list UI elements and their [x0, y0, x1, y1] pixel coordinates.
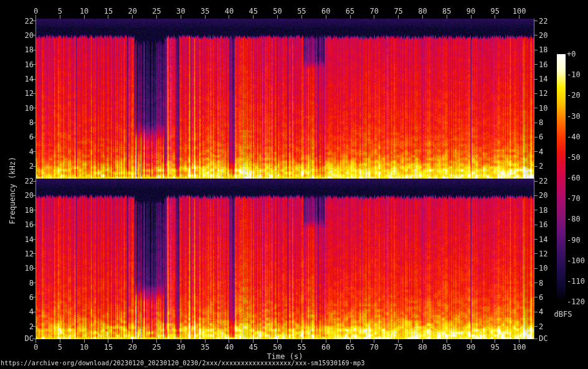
freq-tick-mark-right	[534, 151, 538, 152]
top-time-tick-label: 5	[47, 7, 72, 15]
freq-tick-label-left: 2	[9, 323, 34, 330]
freq-tick-label-right: 22	[539, 17, 564, 25]
bottom-time-tick-label: 80	[410, 343, 435, 351]
bottom-time-tick-label: 5	[47, 343, 72, 351]
top-time-tick-label: 80	[410, 7, 435, 15]
top-time-tick-label: 50	[265, 7, 290, 15]
spectrogram-window: 0055101015152020252530303535404045455050…	[0, 0, 588, 369]
freq-tick-label-left: 4	[9, 148, 34, 156]
colorbar-tick-label: -60	[567, 174, 581, 182]
freq-tick-label-left: 8	[9, 119, 34, 126]
top-time-tick-label: 10	[72, 7, 97, 15]
colorbar-tick-label: -90	[567, 236, 581, 244]
bottom-time-tick-label: 30	[168, 343, 193, 351]
top-time-tick-label: 55	[289, 7, 314, 15]
freq-tick-label-right: 20	[539, 32, 564, 39]
bottom-time-tick-label: 75	[386, 343, 411, 351]
freq-tick-label-left: 16	[9, 61, 34, 68]
bottom-time-tick-label: 55	[289, 343, 314, 351]
top-time-tick-label: 0	[24, 7, 49, 15]
freq-tick-mark-right	[534, 181, 538, 182]
freq-tick-mark-right	[534, 108, 538, 108]
freq-tick-mark-right	[534, 93, 538, 94]
source-url-text: https://archive·org/download/20230120_20…	[1, 360, 365, 367]
top-time-tick-label: 90	[458, 7, 483, 15]
freq-tick-label-left: 10	[9, 264, 34, 272]
freq-tick-label-left: 6	[9, 294, 34, 301]
bottom-time-tick-label: 70	[362, 343, 387, 351]
top-time-tick-label: 85	[434, 7, 459, 15]
freq-tick-mark-right	[534, 239, 538, 240]
freq-tick-label-left: 18	[9, 46, 34, 54]
bottom-time-tick-label: 45	[241, 343, 266, 351]
bottom-time-tick-label: 50	[265, 343, 290, 351]
freq-tick-mark-right	[534, 268, 538, 269]
colorbar-tick-label: -50	[567, 154, 581, 161]
bottom-time-tick-label: 25	[145, 343, 169, 351]
freq-tick-mark-right	[534, 225, 538, 225]
dc-label-left: DC	[9, 335, 34, 342]
bottom-time-tick-label: 95	[483, 343, 508, 351]
freq-tick-label-right: 18	[539, 46, 564, 54]
top-time-tick-label: 70	[362, 7, 387, 15]
freq-tick-mark-right	[534, 166, 538, 167]
bottom-time-tick-label: 15	[96, 343, 121, 351]
bottom-time-tick-label: 20	[120, 343, 145, 351]
freq-tick-mark-right	[534, 326, 538, 327]
colorbar-tick-label: -40	[567, 133, 581, 141]
freq-tick-label-left: 22	[9, 17, 34, 25]
freq-tick-mark-right	[534, 283, 538, 283]
freq-tick-mark-right	[534, 123, 538, 123]
top-time-tick-label: 60	[313, 7, 338, 15]
freq-tick-label-left: 4	[9, 308, 34, 315]
bottom-time-tick-label: 90	[458, 343, 483, 351]
freq-tick-mark-right	[534, 210, 538, 210]
colorbar-gradient	[557, 54, 566, 302]
colorbar-tick-label: -80	[567, 215, 581, 223]
freq-tick-mark-right	[534, 312, 538, 312]
top-time-tick-label: 25	[145, 7, 169, 15]
colorbar-tick-label: -120	[567, 298, 585, 306]
top-time-tick-label: 95	[483, 7, 508, 15]
freq-tick-label-left: 20	[9, 32, 34, 39]
bottom-time-tick-label: 60	[313, 343, 338, 351]
freq-tick-mark-right	[534, 297, 538, 297]
top-time-tick-label: 65	[338, 7, 363, 15]
axis-ticks-layer: 0055101015152020252530303535404045455050…	[0, 0, 588, 369]
freq-tick-mark-right	[534, 79, 538, 80]
freq-tick-label-left: 8	[9, 279, 34, 287]
top-time-tick-label: 20	[120, 7, 145, 15]
colorbar-tick-label: -20	[567, 91, 581, 99]
freq-tick-mark-right	[534, 64, 538, 65]
bottom-time-tick-label: 85	[434, 343, 459, 351]
freq-tick-label-left: 12	[9, 250, 34, 258]
top-time-tick-label: 40	[217, 7, 242, 15]
freq-tick-label-left: 10	[9, 105, 34, 112]
freq-tick-label-left: 6	[9, 133, 34, 141]
top-time-tick-label: 30	[168, 7, 193, 15]
freq-tick-mark-right	[534, 50, 538, 50]
freq-tick-mark-right	[534, 21, 538, 21]
freq-tick-mark-right	[534, 195, 538, 196]
colorbar-tick-label: +0	[567, 50, 576, 58]
freq-tick-label-left: 14	[9, 236, 34, 243]
bottom-time-tick-label: 40	[217, 343, 242, 351]
colorbar-tick-label: -110	[567, 278, 585, 285]
top-time-tick-label: 75	[386, 7, 411, 15]
colorbar-tick-label: -70	[567, 195, 581, 202]
colorbar-tick-label: -100	[567, 257, 585, 264]
freq-tick-mark-right	[534, 137, 538, 138]
colorbar-unit-label: dBFS	[544, 310, 582, 319]
y-axis-title: Frequency (kHz)	[8, 157, 17, 224]
freq-tick-label-left: 14	[9, 75, 34, 83]
freq-tick-mark-right	[534, 253, 538, 254]
top-time-tick-label: 15	[96, 7, 121, 15]
dc-label-right: DC	[539, 335, 564, 342]
bottom-time-tick-label: 100	[507, 343, 532, 351]
bottom-time-tick-label: 35	[192, 343, 217, 351]
top-time-tick-label: 45	[241, 7, 266, 15]
colorbar-tick-label: -10	[567, 71, 581, 78]
freq-tick-mark-right	[534, 35, 538, 35]
top-time-tick-label: 100	[507, 7, 532, 15]
freq-tick-label-left: 12	[9, 90, 34, 97]
